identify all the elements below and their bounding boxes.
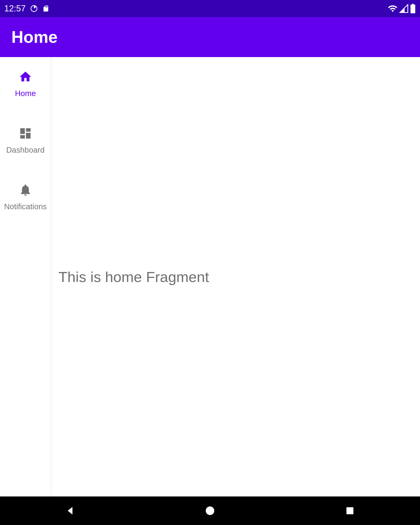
app-title: Home xyxy=(11,28,57,47)
back-button[interactable] xyxy=(63,504,77,518)
nav-rail: Home Dashboard Notifications xyxy=(0,57,51,497)
app-bar: Home xyxy=(0,17,420,57)
nav-label-home: Home xyxy=(15,89,36,98)
notifications-icon xyxy=(18,183,32,197)
svg-point-0 xyxy=(206,506,214,515)
nav-label-notifications: Notifications xyxy=(4,202,47,211)
data-saver-icon xyxy=(30,5,38,13)
recent-apps-button[interactable] xyxy=(343,504,357,518)
content-area: This is home Fragment xyxy=(51,57,420,497)
nav-label-dashboard: Dashboard xyxy=(6,146,45,155)
nav-item-home[interactable]: Home xyxy=(0,70,51,98)
dashboard-icon xyxy=(18,126,32,140)
main-layout: Home Dashboard Notifications This is hom… xyxy=(0,57,420,497)
battery-icon xyxy=(410,4,416,13)
home-icon xyxy=(18,70,32,84)
home-button[interactable] xyxy=(203,504,217,518)
status-time: 12:57 xyxy=(4,4,26,14)
nav-item-notifications[interactable]: Notifications xyxy=(0,183,51,211)
nav-item-dashboard[interactable]: Dashboard xyxy=(0,126,51,155)
wifi-icon xyxy=(388,4,398,14)
sd-card-icon xyxy=(42,5,49,12)
cellular-icon xyxy=(399,4,409,13)
status-right xyxy=(388,4,416,14)
system-nav-bar xyxy=(0,497,420,525)
content-text: This is home Fragment xyxy=(58,268,209,285)
svg-rect-1 xyxy=(347,507,354,514)
status-left: 12:57 xyxy=(4,4,49,14)
status-bar: 12:57 xyxy=(0,0,420,17)
